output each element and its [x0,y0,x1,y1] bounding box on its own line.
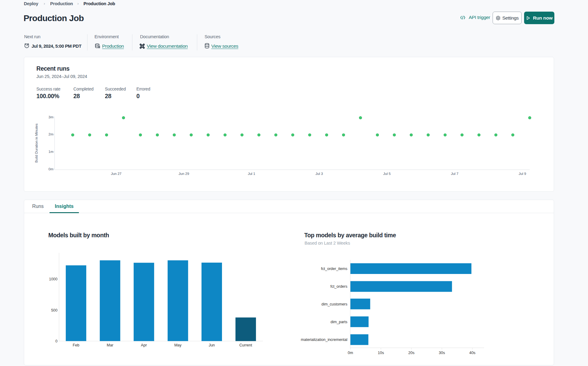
svg-text:40s: 40s [469,351,475,355]
svg-text:30s: 30s [439,351,445,355]
svg-text:1m: 1m [49,150,54,153]
svg-text:May: May [174,343,182,347]
svg-text:dim_parts: dim_parts [331,320,347,324]
svg-text:Current: Current [239,343,252,347]
svg-text:Jul 7: Jul 7 [451,172,458,176]
svg-text:Feb: Feb [73,343,80,347]
svg-text:Mar: Mar [107,343,113,347]
svg-text:Jul 9: Jul 9 [519,172,526,176]
svg-text:dim_customers: dim_customers [321,302,347,306]
svg-text:fct_orders: fct_orders [330,284,347,289]
svg-text:10s: 10s [378,351,384,355]
svg-text:1000: 1000 [49,277,57,281]
svg-text:Jun: Jun [209,343,215,347]
svg-text:0m: 0m [348,351,353,355]
svg-text:Apr: Apr [141,343,147,347]
svg-text:materialization_incremental: materialization_incremental [301,338,347,342]
svg-text:Jul 3: Jul 3 [316,172,323,176]
svg-text:Jun 27: Jun 27 [111,172,122,176]
svg-text:0: 0 [55,339,57,343]
svg-text:Jun 29: Jun 29 [179,172,189,176]
svg-text:20s: 20s [408,351,414,355]
svg-text:Jul 1: Jul 1 [248,172,255,176]
svg-text:Build Duration in Minutes: Build Duration in Minutes [35,124,38,163]
svg-text:0m: 0m [49,167,54,171]
svg-text:3m: 3m [49,115,54,119]
svg-text:500: 500 [51,308,57,312]
svg-text:Jul 5: Jul 5 [383,172,390,176]
svg-text:2m: 2m [49,132,54,136]
svg-text:fct_order_items: fct_order_items [321,267,347,271]
